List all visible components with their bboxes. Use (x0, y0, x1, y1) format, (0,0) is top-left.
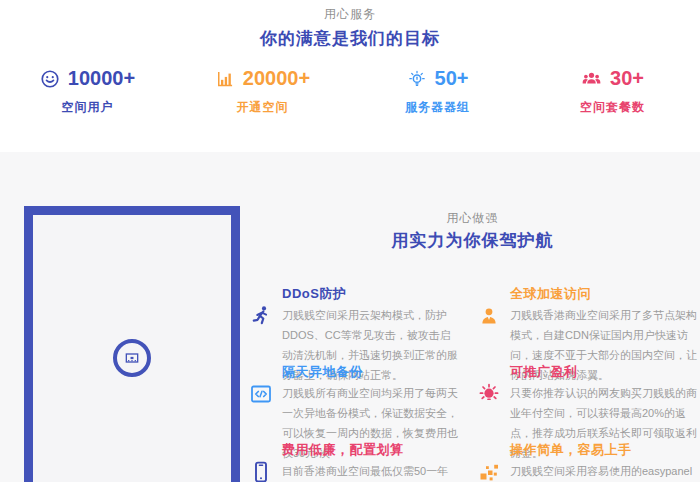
stats-row: 10000+ 空间用户 20000+ 开通空间 (0, 67, 700, 116)
feature-ddos-protection: DDoS防护 刀贱贱空间采用云架构模式，防护DDOS、CC等常见攻击，被攻击启动… (245, 287, 458, 365)
feature-easy-to-use: 操作简单，容易上手 刀贱贱空间采用容易使用的easypanel面板，容易上手使用… (473, 443, 700, 482)
strength-content: 用心做强 用实力为你保驾护航 (245, 152, 700, 482)
feature-offsite-backup: 隔天异地备份 刀贱贱所有商业空间均采用了每两天一次异地备份模式，保证数据安全，可… (245, 365, 458, 443)
lightbulb-rays-icon (407, 69, 427, 89)
image-placeholder-icon (113, 339, 151, 377)
strength-heading: 用心做强 用实力为你保驾护航 (245, 152, 700, 252)
stat-label: 服务器器组 (350, 99, 525, 116)
feature-title: 操作简单，容易上手 (510, 443, 700, 457)
bar-chart-icon (215, 69, 235, 89)
feature-title: 费用低廉，配置划算 (282, 443, 458, 457)
stat-opened-spaces: 20000+ 开通空间 (175, 67, 350, 116)
feature-title: DDoS防护 (282, 287, 458, 301)
features-right-column: 全球加速访问 刀贱贱香港商业空间采用了多节点架构模式，自建CDN保证国内用户快速… (473, 287, 700, 482)
code-window-icon (245, 365, 282, 443)
strength-eyebrow: 用心做强 (245, 204, 700, 227)
services-section: 用心服务 你的满意是我们的目标 10000+ 空间用户 (0, 0, 700, 152)
smiley-face-icon (40, 69, 60, 89)
feature-body: 目前香港商业空间最低仅需50一年（500M空间+200M数据库），流量方面已经全… (282, 461, 458, 482)
feature-referral-profit: 可推广盈利 只要你推荐认识的网友购买刀贱贱的商业年付空间，可以获得最高20%的返… (473, 365, 700, 443)
stat-label: 空间套餐数 (525, 99, 700, 116)
illustration-frame (24, 206, 240, 482)
services-title: 你的满意是我们的目标 (0, 27, 700, 50)
user-group-icon (581, 68, 602, 89)
features-left-column: DDoS防护 刀贱贱空间采用云架构模式，防护DDOS、CC等常见攻击，被攻击启动… (245, 287, 458, 482)
features-grid: DDoS防护 刀贱贱空间采用云架构模式，防护DDOS、CC等常见攻击，被攻击启动… (245, 287, 700, 482)
person-icon (473, 287, 510, 365)
stat-value: 10000+ (68, 67, 135, 90)
stat-label: 开通空间 (175, 99, 350, 116)
stat-value: 50+ (435, 67, 469, 90)
stat-value: 30+ (610, 67, 644, 90)
services-eyebrow: 用心服务 (0, 0, 700, 23)
feature-body: 刀贱贱空间采用容易使用的easypanel面板，容易上手使用，并配备了完整的使用… (510, 461, 700, 482)
stat-server-groups: 50+ 服务器器组 (350, 67, 525, 116)
feature-global-acceleration: 全球加速访问 刀贱贱香港商业空间采用了多节点架构模式，自建CDN保证国内用户快速… (473, 287, 700, 365)
strength-section: 用心做强 用实力为你保驾护航 (0, 152, 700, 482)
feature-title: 隔天异地备份 (282, 365, 458, 379)
lightbulb-icon (473, 365, 510, 443)
stat-space-users: 10000+ 空间用户 (0, 67, 175, 116)
smartphone-icon (245, 443, 282, 482)
feature-low-cost: 费用低廉，配置划算 目前香港商业空间最低仅需50一年（500M空间+200M数据… (245, 443, 458, 482)
feature-title: 全球加速访问 (510, 287, 700, 301)
feature-title: 可推广盈利 (510, 365, 700, 379)
strength-title: 用实力为你保驾护航 (245, 229, 700, 252)
stat-value: 20000+ (243, 67, 310, 90)
pixel-squares-icon (473, 443, 510, 482)
stat-label: 空间用户 (0, 99, 175, 116)
stat-packages: 30+ 空间套餐数 (525, 67, 700, 116)
running-man-icon (245, 287, 282, 365)
